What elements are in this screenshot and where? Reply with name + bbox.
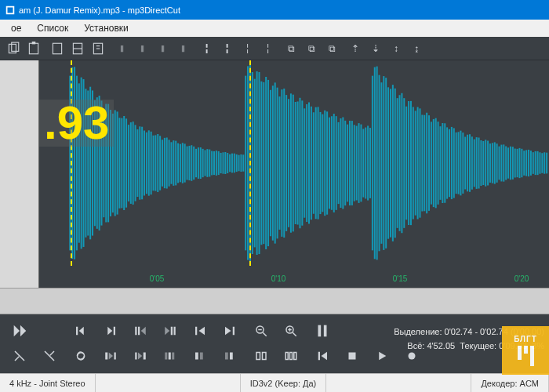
svg-rect-229 [174,327,176,336]
svg-rect-254 [294,353,296,360]
mark-in-button[interactable] [72,322,89,339]
pause-button[interactable] [314,322,331,339]
tool-doc-c-icon[interactable] [91,42,105,56]
loop-button[interactable] [72,347,89,365]
split-tool-2-icon[interactable]: ╏ [220,42,234,56]
time-ruler: 0'05 0'10 0'15 0'20 [39,266,549,288]
svg-rect-250 [256,353,260,360]
cut-tool-b-icon[interactable] [41,347,58,365]
marker-tool-3-icon[interactable]: ⦀ [155,42,169,56]
svg-rect-256 [324,325,327,337]
svg-rect-237 [169,353,171,360]
marker-tool-2-icon[interactable]: ⦀ [135,42,149,56]
ruler-tick: 0'20 [522,274,536,283]
waveform-area: .93 0'05 0'10 0'15 0'20 [0,60,549,288]
selection-value: 0'02.74 - 0'02.74 (0'00.00) [445,327,544,336]
transport-panel: Выделение: 0'02.74 - 0'02.74 (0'00.00) В… [0,314,549,373]
separator-bar [0,288,549,314]
playhead-marker[interactable] [249,60,251,266]
svg-rect-252 [285,353,288,360]
svg-rect-225 [114,327,115,336]
svg-rect-5 [32,42,36,44]
stop-button[interactable] [344,347,361,365]
selection-start-marker[interactable] [71,60,72,266]
menu-item-settings[interactable]: Установки [76,23,136,34]
grid-b-button[interactable] [282,347,300,365]
fx-tool-c-icon[interactable]: ↕ [389,42,403,56]
svg-rect-257 [318,352,320,361]
region-e-button[interactable] [221,347,238,365]
region-d-button[interactable] [191,347,209,365]
svg-rect-231 [233,327,235,336]
svg-rect-238 [172,353,174,360]
menu-item-0[interactable]: ое [3,23,29,34]
fx-tool-d-icon[interactable]: ↨ [409,42,424,56]
svg-rect-255 [318,325,322,337]
svg-rect-232 [105,353,107,360]
svg-rect-251 [263,353,267,360]
svg-rect-236 [165,353,167,360]
svg-rect-224 [76,327,78,336]
menu-item-list[interactable]: Список [29,23,76,34]
total-label: Всё: [407,341,424,350]
edit-tool-a-icon[interactable]: ⧉ [284,42,298,56]
status-spacer2 [326,374,471,392]
edit-tool-c-icon[interactable]: ⧉ [325,42,339,56]
svg-rect-233 [115,353,116,360]
waveform-viewport[interactable]: .93 0'05 0'10 0'15 0'20 [39,60,549,288]
current-value: 0'09.93 [499,341,527,350]
region-b-button[interactable] [132,347,149,365]
tool-doc-a-icon[interactable] [50,42,64,56]
total-value: 4'52.05 [427,341,455,350]
region-a-button[interactable] [102,347,119,365]
edit-tool-b-icon[interactable]: ⧉ [304,42,318,56]
split-tool-1-icon[interactable]: ╏ [199,42,213,56]
play-button[interactable] [373,347,391,365]
svg-rect-4 [29,43,38,54]
sel-right-button[interactable] [162,322,179,339]
sel-left-button[interactable] [132,322,149,339]
fx-tool-a-icon[interactable]: ⇡ [348,42,362,56]
zoom-out-button[interactable] [253,322,270,339]
grid-a-button[interactable] [253,347,270,365]
svg-rect-253 [290,353,293,360]
svg-rect-242 [230,353,233,360]
toolbar-top: ⦀ ⦀ ⦀ ⦀ ╏ ╏ ╎ ╎ ⧉ ⧉ ⧉ ⇡ ⇣ ↕ ↨ [0,37,549,60]
mark-out-button[interactable] [102,322,119,339]
tool-paste-icon[interactable] [27,42,41,56]
svg-rect-226 [135,327,136,336]
svg-rect-228 [171,327,173,336]
svg-line-244 [263,332,267,336]
go-end-button[interactable] [221,322,238,339]
status-decoder: Декодер: ACM [471,374,549,392]
tool-copy-icon[interactable] [6,42,20,56]
svg-line-247 [293,332,296,336]
marker-tool-1-icon[interactable]: ⦀ [115,42,129,56]
marker-tool-4-icon[interactable]: ⦀ [176,42,190,56]
fx-tool-b-icon[interactable]: ⇣ [369,42,383,56]
region-c-button[interactable] [162,347,179,365]
ruler-tick: 0'15 [400,274,415,283]
status-format: 4 kHz - Joint Stereo [0,374,96,392]
window-title: am (J. Damur Remix).mp3 - mp3DirectCut [19,5,180,15]
svg-point-259 [409,353,416,360]
zoom-in-button[interactable] [282,322,300,339]
position-info: Выделение: 0'02.74 - 0'02.74 (0'00.00) В… [394,325,544,353]
cut-tool-a-icon[interactable] [11,347,28,365]
current-label: Текущее: [460,341,496,350]
svg-rect-1 [8,7,13,13]
menubar: ое Список Установки [0,20,549,37]
svg-rect-235 [144,353,146,360]
go-start-button[interactable] [191,322,209,339]
percent-value: 3% [532,341,544,350]
split-tool-3-icon[interactable]: ╎ [240,42,254,56]
level-meter [0,60,39,288]
split-tool-4-icon[interactable]: ╎ [260,42,274,56]
status-spacer [96,374,241,392]
svg-rect-230 [195,327,197,336]
skip-prev-button[interactable] [314,347,331,365]
big-time-overlay: .93 [39,100,114,147]
fast-forward-button[interactable] [11,322,28,339]
status-bar: 4 kHz - Joint Stereo ID3v2 (Keep: Да) Де… [0,373,549,392]
tool-doc-b-icon[interactable] [71,42,85,56]
